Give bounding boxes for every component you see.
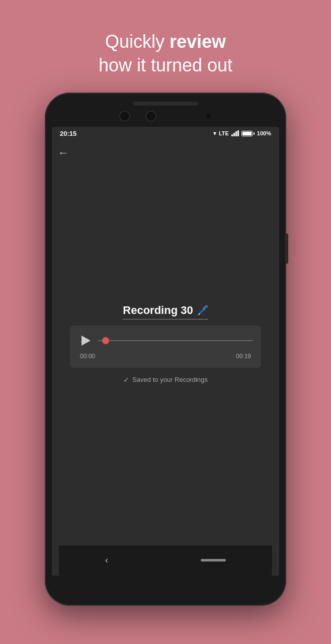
nav-bar: ‹ bbox=[59, 545, 272, 576]
player-timestamps: 00:00 00:19 bbox=[78, 353, 253, 360]
battery-percent: 100% bbox=[257, 130, 271, 136]
saved-text: Saved to your Recordings bbox=[132, 376, 208, 383]
nav-back-button[interactable]: ‹ bbox=[105, 555, 108, 566]
player-controls bbox=[78, 334, 253, 348]
headline-line2: how it turned out bbox=[99, 55, 232, 75]
total-time: 00:19 bbox=[236, 353, 251, 360]
progress-track bbox=[98, 340, 253, 341]
signal-bar-1 bbox=[231, 134, 233, 136]
status-bar: 20:15 ▾ LTE 100% bbox=[52, 127, 279, 140]
signal-bar-2 bbox=[233, 133, 235, 136]
signal-bar-4 bbox=[237, 130, 239, 136]
headline-bold: review bbox=[170, 31, 226, 52]
edit-icon[interactable]: 🖊️ bbox=[197, 305, 208, 316]
audio-player: 00:00 00:19 bbox=[70, 326, 261, 368]
progress-dot bbox=[102, 337, 109, 344]
saved-message: ✓ Saved to your Recordings bbox=[123, 376, 208, 384]
headline: Quickly review how it turned out bbox=[99, 30, 232, 77]
nav-home-bar[interactable] bbox=[201, 559, 226, 561]
headline-line1: Quickly review bbox=[105, 31, 226, 52]
recording-title-text: Recording 30 bbox=[123, 304, 193, 317]
phone-screen: 20:15 ▾ LTE 100% bbox=[52, 127, 279, 576]
status-time: 20:15 bbox=[60, 130, 76, 137]
signal-bar-3 bbox=[235, 131, 237, 136]
headline-normal: Quickly bbox=[105, 31, 170, 52]
phone-camera-center bbox=[145, 111, 156, 122]
main-content-area: Recording 30 🖊️ bbox=[52, 140, 279, 547]
phone-side-button bbox=[286, 233, 288, 264]
back-button[interactable]: ← bbox=[58, 146, 69, 159]
recording-title-row: Recording 30 🖊️ bbox=[123, 304, 208, 319]
check-icon: ✓ bbox=[123, 376, 129, 384]
phone-device: 20:15 ▾ LTE 100% bbox=[45, 93, 286, 606]
phone-dot bbox=[206, 114, 211, 119]
status-icons: ▾ LTE 100% bbox=[213, 130, 271, 137]
phone-speaker bbox=[133, 102, 198, 106]
battery-icon bbox=[241, 131, 255, 136]
lte-label: LTE bbox=[219, 130, 229, 136]
current-time: 00:00 bbox=[80, 353, 95, 360]
play-triangle-icon bbox=[81, 336, 91, 346]
progress-bar-container[interactable] bbox=[98, 336, 253, 346]
battery-body bbox=[241, 131, 253, 136]
signal-bars bbox=[231, 130, 239, 136]
app-content: ← Recording 30 🖊️ bbox=[52, 140, 279, 576]
wifi-icon: ▾ bbox=[213, 130, 216, 137]
play-button[interactable] bbox=[78, 334, 92, 348]
battery-tip bbox=[254, 132, 255, 135]
phone-camera-left bbox=[119, 111, 130, 122]
battery-fill bbox=[242, 132, 252, 135]
